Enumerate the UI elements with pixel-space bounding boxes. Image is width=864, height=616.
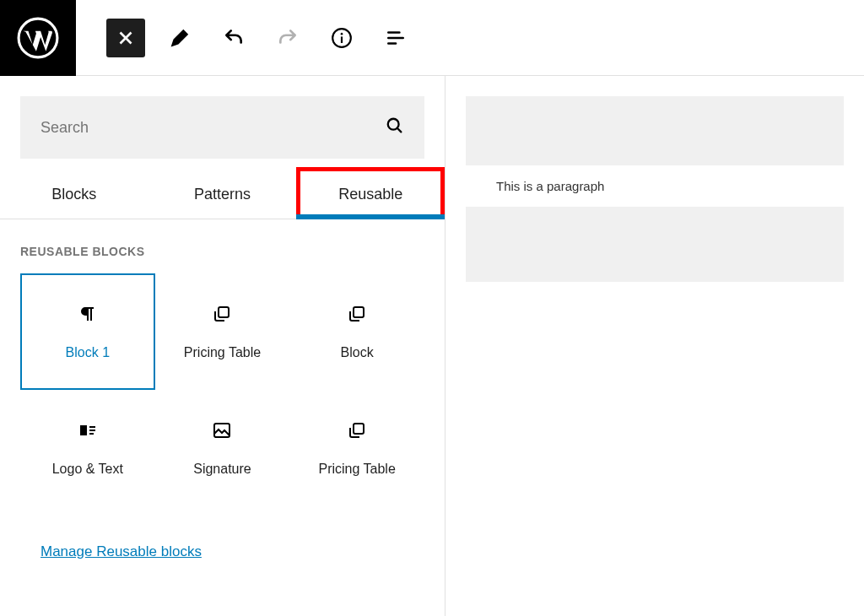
- toolbar: [0, 0, 864, 76]
- block-item-signature[interactable]: Signature: [155, 390, 290, 506]
- block-item-block[interactable]: Block: [289, 273, 424, 390]
- svg-rect-5: [219, 307, 229, 317]
- paragraph-icon: [77, 303, 99, 325]
- media-text-icon: [77, 419, 99, 441]
- wordpress-logo[interactable]: [0, 0, 76, 76]
- block-preview: This is a paragraph: [466, 96, 844, 282]
- close-inserter-button[interactable]: [106, 19, 145, 57]
- toolbar-actions: [76, 19, 415, 57]
- block-item-pricing-table-2[interactable]: Pricing Table: [289, 390, 424, 506]
- search-input[interactable]: [40, 119, 386, 137]
- manage-reusable-blocks-link[interactable]: Manage Reusable blocks: [0, 506, 445, 597]
- tab-patterns[interactable]: Patterns: [148, 167, 297, 219]
- svg-rect-9: [354, 424, 364, 434]
- reusable-block-icon: [211, 303, 233, 325]
- reusable-block-icon: [346, 303, 368, 325]
- block-item-block-1[interactable]: Block 1: [20, 273, 155, 390]
- undo-button[interactable]: [214, 19, 253, 57]
- svg-rect-6: [354, 307, 364, 317]
- blocks-grid: Block 1 Pricing Table Block Logo & Text: [0, 273, 445, 506]
- block-label: Block 1: [66, 345, 110, 360]
- preview-spacer: [466, 96, 844, 165]
- image-icon: [211, 419, 233, 441]
- search-icon: [386, 116, 404, 138]
- tab-reusable[interactable]: Reusable: [296, 167, 445, 219]
- block-label: Block: [341, 345, 374, 360]
- svg-rect-7: [80, 425, 87, 435]
- block-label: Signature: [193, 462, 251, 477]
- redo-button[interactable]: [268, 19, 307, 57]
- reusable-block-icon: [346, 419, 368, 441]
- tab-blocks[interactable]: Blocks: [0, 167, 148, 219]
- block-item-logo-text[interactable]: Logo & Text: [20, 390, 155, 506]
- editor-canvas: This is a paragraph: [446, 76, 864, 616]
- inserter-tabs: Blocks Patterns Reusable: [0, 167, 445, 219]
- outline-button[interactable]: [376, 19, 415, 57]
- search-box: [20, 96, 424, 159]
- svg-point-2: [341, 32, 343, 35]
- preview-spacer: [466, 207, 844, 282]
- svg-rect-3: [341, 36, 343, 43]
- block-label: Pricing Table: [184, 345, 261, 360]
- info-button[interactable]: [322, 19, 361, 57]
- block-item-pricing-table[interactable]: Pricing Table: [155, 273, 290, 390]
- main-area: Blocks Patterns Reusable REUSABLE BLOCKS…: [0, 76, 864, 616]
- section-title: REUSABLE BLOCKS: [0, 219, 445, 273]
- block-label: Pricing Table: [319, 462, 396, 477]
- preview-paragraph: This is a paragraph: [466, 165, 844, 207]
- edit-button[interactable]: [160, 19, 199, 57]
- block-label: Logo & Text: [52, 462, 123, 477]
- block-inserter-panel: Blocks Patterns Reusable REUSABLE BLOCKS…: [0, 76, 446, 616]
